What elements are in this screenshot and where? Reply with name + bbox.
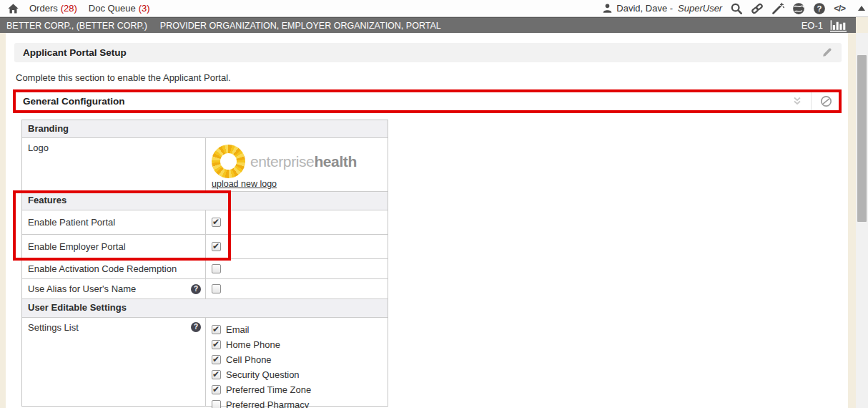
option-label: Home Phone	[226, 339, 280, 350]
logo-text-bold: health	[314, 153, 356, 170]
branding-header: Branding	[22, 120, 388, 137]
use-alias-checkbox[interactable]	[212, 284, 221, 293]
home-phone-checkbox[interactable]	[212, 340, 221, 349]
feature-label-cell: Use Alias for User's Name ?	[22, 279, 206, 298]
intro-text: Complete this section to enable the Appl…	[16, 72, 231, 83]
org-name[interactable]: BETTER CORP., (BETTER CORP.)	[6, 21, 147, 31]
wand-icon[interactable]	[771, 2, 784, 15]
logo-cell: enterprisehealth upload new logo	[206, 138, 388, 191]
collapse-chevron-double-down-icon[interactable]	[792, 97, 802, 106]
logo-pinwheel-icon	[212, 145, 245, 178]
scrollbar-thumb[interactable]	[857, 55, 867, 222]
option-label: Preferred Time Zone	[226, 384, 311, 395]
general-configuration-bar: General Configuration	[13, 89, 842, 113]
user-name: David, Dave -	[616, 3, 673, 14]
user-editable-settings-label: User Editable Settings	[28, 302, 127, 313]
page-title-bar: Applicant Portal Setup	[14, 43, 842, 62]
globe-icon[interactable]	[792, 2, 805, 15]
config-table: Branding Logo enterprisehealth upload ne…	[21, 120, 388, 407]
feature-label: Enable Employer Portal	[28, 241, 126, 252]
nav-orders[interactable]: Orders (28)	[29, 3, 77, 14]
settings-list-row: Settings List ? Email Home Phone	[22, 317, 388, 406]
option-label: Email	[226, 324, 250, 335]
feature-label: Enable Activation Code Redemption	[28, 263, 177, 274]
feature-row-employer-portal: Enable Employer Portal	[22, 234, 388, 258]
settings-option: Security Question	[212, 369, 311, 380]
doc-queue-count: (3)	[139, 3, 150, 14]
features-header: Features	[22, 191, 388, 210]
nav-doc-queue[interactable]: Doc Queue (3)	[89, 3, 150, 14]
settings-option-list: Email Home Phone Cell Phone Securit	[212, 322, 311, 408]
logo-wordmark: enterprisehealth	[250, 153, 357, 170]
help-icon[interactable]: ?	[813, 2, 826, 15]
feature-label-cell: Enable Patient Portal	[22, 210, 206, 234]
settings-option: Cell Phone	[212, 354, 311, 365]
user-menu[interactable]: David, Dave - SuperUser	[602, 3, 722, 14]
orders-count: (28)	[61, 3, 77, 14]
app-screen: Orders (28) Doc Queue (3) David, Dave - …	[0, 0, 868, 408]
option-label: Security Question	[226, 369, 300, 380]
code-icon[interactable]: </>	[834, 3, 845, 14]
logo-label: Logo	[28, 142, 49, 153]
nav-doc-queue-label: Doc Queue	[89, 3, 136, 14]
enable-activation-code-checkbox[interactable]	[212, 264, 221, 273]
nav-orders-label: Orders	[29, 3, 58, 14]
option-label: Cell Phone	[226, 354, 272, 365]
settings-option: Email	[212, 324, 311, 335]
feature-label-cell: Enable Activation Code Redemption	[22, 259, 206, 278]
brand-logo: enterprisehealth	[212, 145, 382, 178]
toolbar-divider	[811, 92, 812, 110]
settings-list-label-cell: Settings List ?	[22, 318, 206, 406]
enable-employer-portal-checkbox[interactable]	[212, 242, 221, 251]
page-title: Applicant Portal Setup	[23, 47, 127, 58]
help-icon[interactable]: ?	[191, 284, 201, 294]
svg-text:?: ?	[817, 4, 822, 13]
vertical-scrollbar[interactable]	[856, 33, 868, 408]
feature-label-cell: Enable Employer Portal	[22, 235, 206, 258]
enable-patient-portal-checkbox[interactable]	[212, 218, 221, 227]
preferred-time-zone-checkbox[interactable]	[212, 385, 221, 394]
cell-phone-checkbox[interactable]	[212, 355, 221, 364]
preferred-pharmacy-checkbox[interactable]	[212, 400, 221, 408]
main-content: Applicant Portal Setup Complete this sec…	[6, 33, 848, 408]
disable-ban-icon[interactable]	[820, 95, 832, 107]
security-question-checkbox[interactable]	[212, 370, 221, 379]
feature-row-activation-code: Enable Activation Code Redemption	[22, 258, 388, 278]
feature-row-use-alias: Use Alias for User's Name ?	[22, 278, 388, 298]
option-label: Preferred Pharmacy	[226, 399, 309, 408]
settings-option: Preferred Time Zone	[212, 384, 311, 395]
features-header-label: Features	[28, 195, 66, 205]
branding-header-label: Branding	[28, 123, 69, 134]
logo-label-cell: Logo	[22, 138, 206, 191]
link-icon[interactable]	[751, 2, 764, 15]
section-title: General Configuration	[23, 96, 125, 107]
help-icon[interactable]: ?	[191, 322, 201, 332]
home-icon[interactable]	[7, 3, 19, 14]
org-context[interactable]: PROVIDER ORGANIZATION, EMPLOYER ORGANIZA…	[160, 21, 441, 31]
logo-text-light: enterprise	[250, 153, 314, 170]
email-checkbox[interactable]	[212, 325, 221, 334]
settings-list-label: Settings List	[28, 322, 79, 333]
feature-label: Enable Patient Portal	[28, 217, 115, 228]
feature-label: Use Alias for User's Name	[28, 283, 136, 294]
org-badge: EO-1	[802, 20, 823, 31]
search-icon[interactable]	[730, 2, 743, 15]
edit-pencil-icon[interactable]	[821, 47, 833, 59]
top-nav-bar: Orders (28) Doc Queue (3) David, Dave - …	[0, 0, 868, 17]
logo-row: Logo enterprisehealth upload new logo	[22, 137, 388, 191]
feature-row-patient-portal: Enable Patient Portal	[22, 210, 388, 234]
settings-option: Home Phone	[212, 339, 311, 350]
user-editable-settings-header: User Editable Settings	[22, 298, 388, 317]
user-role: SuperUser	[678, 3, 722, 14]
upload-new-logo-link[interactable]: upload new logo	[212, 179, 277, 189]
scroll-up-button[interactable]	[858, 6, 865, 11]
chart-icon[interactable]	[829, 19, 847, 32]
settings-option: Preferred Pharmacy	[212, 399, 311, 408]
org-bar: BETTER CORP., (BETTER CORP.) PROVIDER OR…	[0, 17, 856, 33]
user-icon	[602, 3, 613, 14]
